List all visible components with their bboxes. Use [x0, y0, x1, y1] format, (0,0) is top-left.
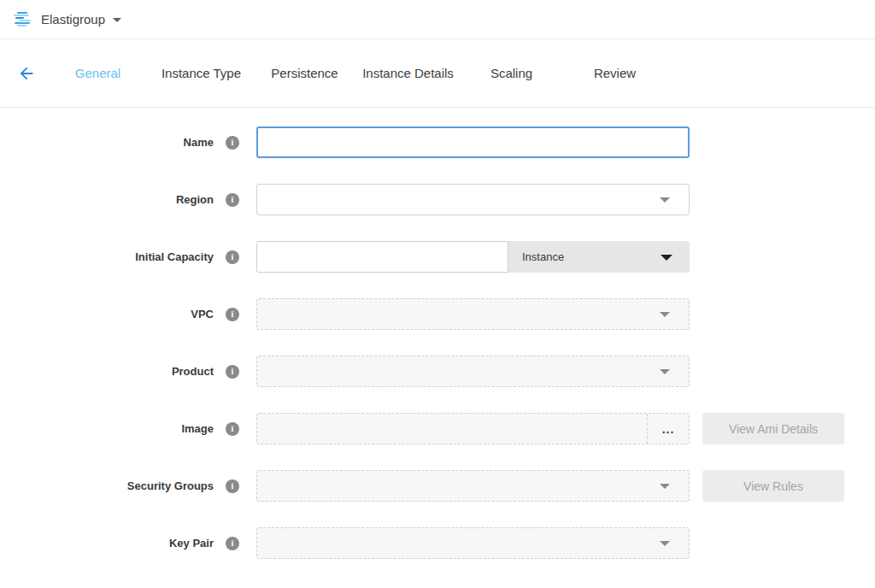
region-label: Region	[0, 193, 214, 206]
key-pair-label: Key Pair	[0, 537, 214, 550]
key-pair-select	[256, 527, 690, 559]
info-icon[interactable]	[226, 479, 239, 493]
tab-persistence[interactable]: Persistence	[253, 66, 356, 80]
tab-scaling[interactable]: Scaling	[460, 66, 563, 80]
field-row-region: Region	[0, 184, 875, 215]
elastigroup-product-menu[interactable]: Elastigroup	[14, 12, 121, 26]
field-row-product: Product	[0, 356, 875, 387]
field-row-vpc: VPC	[0, 298, 875, 330]
security-groups-label: Security Groups	[0, 479, 214, 492]
field-row-image: Image ... View Ami Details	[0, 413, 875, 444]
security-groups-select	[256, 470, 690, 502]
field-row-security-groups: Security Groups View Rules	[0, 470, 875, 502]
wizard-tab-bar: General Instance Type Persistence Instan…	[0, 39, 875, 108]
name-input[interactable]	[256, 126, 690, 158]
tab-review[interactable]: Review	[563, 66, 667, 80]
info-icon[interactable]	[226, 136, 239, 150]
name-label: Name	[0, 136, 214, 149]
info-icon[interactable]	[226, 537, 239, 550]
info-icon[interactable]	[226, 308, 239, 321]
initial-capacity-input[interactable]	[256, 241, 508, 273]
dropdown-caret-icon	[660, 369, 670, 374]
field-row-key-pair: Key Pair	[0, 527, 875, 559]
info-icon[interactable]	[226, 365, 239, 379]
chevron-down-icon[interactable]	[113, 18, 121, 22]
image-browse-button: ...	[647, 414, 689, 444]
tab-instance-details[interactable]: Instance Details	[356, 66, 460, 80]
view-ami-details-button: View Ami Details	[702, 413, 844, 444]
field-row-name: Name	[0, 126, 875, 158]
dropdown-caret-icon	[660, 541, 670, 546]
capacity-unit-select[interactable]: Instance	[508, 241, 690, 273]
dropdown-caret-icon	[660, 312, 670, 317]
dropdown-caret-icon	[660, 484, 670, 489]
back-button[interactable]	[17, 64, 36, 83]
elastigroup-logo-icon	[14, 12, 31, 26]
field-row-initial-capacity: Initial Capacity Instance	[0, 241, 875, 273]
vpc-select	[256, 298, 690, 330]
view-rules-button: View Rules	[702, 470, 844, 502]
dropdown-caret-icon	[660, 197, 670, 203]
back-arrow-icon	[17, 64, 36, 83]
info-icon[interactable]	[226, 250, 239, 264]
vpc-label: VPC	[0, 308, 214, 320]
info-icon[interactable]	[226, 422, 239, 436]
product-select	[256, 356, 690, 387]
product-label: Product	[0, 365, 214, 378]
general-form: Name Region Initial Capacity Instance	[0, 108, 875, 559]
app-title: Elastigroup	[41, 12, 105, 26]
initial-capacity-label: Initial Capacity	[0, 250, 214, 263]
tab-general[interactable]: General	[46, 66, 150, 80]
info-icon[interactable]	[226, 193, 239, 207]
region-select[interactable]	[256, 184, 690, 215]
capacity-unit-value: Instance	[522, 250, 564, 263]
wizard-tabs: General Instance Type Persistence Instan…	[46, 66, 667, 80]
image-input: ...	[256, 413, 690, 444]
top-bar: Elastigroup	[0, 0, 875, 39]
dropdown-caret-icon	[661, 255, 672, 261]
tab-instance-type[interactable]: Instance Type	[150, 66, 253, 80]
image-label: Image	[0, 422, 214, 435]
